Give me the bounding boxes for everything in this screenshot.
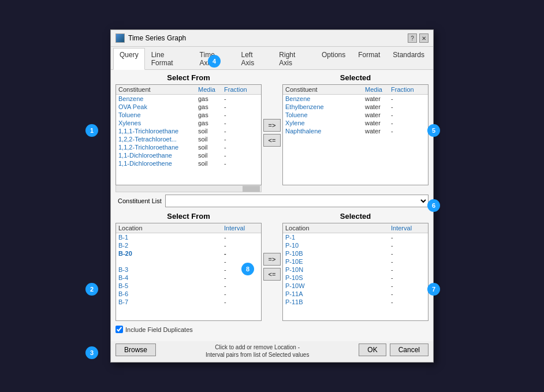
close-button[interactable]: ✕ — [419, 33, 429, 43]
ok-button[interactable]: OK — [359, 344, 386, 356]
constituent-select-list[interactable]: Constituent Media Fraction Benzenegas- O… — [115, 84, 262, 185]
list-item[interactable]: B-1- — [116, 233, 261, 241]
list-item[interactable]: B-5- — [116, 282, 261, 290]
list-item[interactable]: B-2- — [116, 241, 261, 249]
annotation-1: 1 — [85, 124, 98, 137]
list-item[interactable]: P-10W- — [283, 282, 428, 290]
list-item[interactable]: P-1- — [283, 233, 428, 241]
col-header-media: Media — [198, 86, 224, 93]
list-item[interactable]: Toluenegas- — [116, 111, 261, 119]
list-item[interactable]: 1,1,2-Trichloroethanesoil- — [116, 143, 261, 151]
title-bar: Time Series Graph ? ✕ — [111, 30, 433, 47]
list-item[interactable]: Xylenesgas- — [116, 119, 261, 127]
remove-location-button[interactable]: <= — [263, 268, 281, 281]
tab-query[interactable]: Query — [113, 48, 145, 70]
annotation-6: 6 — [427, 199, 440, 212]
list-item[interactable]: B-21- — [116, 257, 261, 266]
list-item[interactable]: B-6- — [116, 290, 261, 298]
app-icon — [115, 33, 125, 43]
location-selected-panel: Selected Location Interval P-1- P-10- P-… — [282, 212, 429, 321]
add-location-button[interactable]: => — [263, 253, 281, 266]
list-item[interactable]: P-10S- — [283, 274, 428, 282]
constituent-list-dropdown[interactable] — [165, 195, 429, 207]
tab-right-axis[interactable]: Right Axis — [273, 48, 315, 69]
browse-button[interactable]: Browse — [115, 344, 156, 356]
list-item[interactable]: Benzenegas- — [116, 95, 261, 103]
list-item[interactable]: P-10N- — [283, 266, 428, 274]
dialog: Time Series Graph ? ✕ Query Line Format … — [110, 29, 434, 363]
constituent-arrow-buttons: => <= — [262, 73, 282, 192]
location-selected-list[interactable]: Location Interval P-1- P-10- P-10B- P-10… — [282, 223, 429, 321]
field-duplicates-label[interactable]: Include Field Duplicates — [125, 326, 193, 333]
col-header-fraction: Fraction — [224, 86, 259, 93]
list-item[interactable]: 1,2,2-Tetrachloroet...soil- — [116, 135, 261, 143]
tab-left-axis[interactable]: Left Axis — [234, 48, 273, 69]
list-item[interactable]: P-10B- — [283, 249, 428, 257]
selected-col-constituent: Constituent — [285, 86, 365, 93]
tab-bar: Query Line Format Time Axis Left Axis Ri… — [111, 47, 433, 70]
tab-options[interactable]: Options — [315, 48, 352, 69]
annotation-7: 7 — [427, 283, 440, 296]
tab-standards[interactable]: Standards — [386, 48, 431, 69]
location-select-list[interactable]: Location Interval B-1- B-2- B-20- B-21- … — [115, 223, 262, 321]
list-item[interactable]: Xylenewater- — [283, 119, 428, 127]
annotation-4: 4 — [208, 55, 221, 68]
location-select-from-panel: Select From Location Interval B-1- B-2- … — [115, 212, 262, 321]
location-select-from-title: Select From — [115, 212, 262, 221]
list-item[interactable]: OVA Peakgas- — [116, 103, 261, 111]
tab-line-format[interactable]: Line Format — [145, 48, 193, 69]
constituent-list-label: Constituent List — [118, 197, 162, 204]
select-from-title: Select From — [115, 73, 262, 82]
list-item[interactable]: 1,1-Dichloroethanesoil- — [116, 151, 261, 159]
list-item[interactable]: P-11A- — [283, 290, 428, 298]
loc-col-location: Location — [118, 225, 224, 232]
constituent-selected-panel: Selected Constituent Media Fraction Benz… — [282, 73, 429, 192]
cancel-button[interactable]: Cancel — [390, 344, 429, 356]
list-item[interactable]: Benzenewater- — [283, 95, 428, 103]
annotation-8: 8 — [241, 263, 254, 275]
dialog-title: Time Series Graph — [128, 34, 186, 42]
field-duplicates-checkbox[interactable] — [115, 326, 123, 333]
sel-loc-col-interval: Interval — [391, 225, 426, 232]
col-header-constituent: Constituent — [118, 86, 198, 93]
remove-constituent-button[interactable]: <= — [263, 134, 281, 147]
sel-loc-col-location: Location — [285, 225, 391, 232]
list-item[interactable]: B-20- — [116, 249, 261, 257]
list-item[interactable]: P-10E- — [283, 257, 428, 266]
list-item[interactable]: B-7- — [116, 298, 261, 306]
list-item[interactable]: Naphthalenewater- — [283, 127, 428, 135]
list-item[interactable]: 1,1-Dichloroethenesoil- — [116, 159, 261, 167]
info-text: Click to add or remove Location - Interv… — [206, 344, 310, 359]
add-constituent-button[interactable]: => — [263, 119, 281, 132]
list-item[interactable]: Toluenewater- — [283, 111, 428, 119]
annotation-2: 2 — [85, 283, 98, 296]
annotation-3: 3 — [85, 346, 98, 359]
selected-col-fraction: Fraction — [391, 86, 426, 93]
constituent-select-from-panel: Select From Constituent Media Fraction B… — [115, 73, 262, 192]
location-selected-title: Selected — [282, 212, 429, 221]
help-button[interactable]: ? — [408, 33, 417, 43]
bottom-buttons-bar: Browse Click to add or remove Location -… — [111, 341, 433, 362]
list-item[interactable]: P-10- — [283, 241, 428, 249]
location-arrow-buttons: => <= — [262, 212, 282, 321]
selected-col-media: Media — [365, 86, 391, 93]
loc-col-interval: Interval — [224, 225, 259, 232]
constituent-selected-list[interactable]: Constituent Media Fraction Benzenewater-… — [282, 84, 429, 185]
annotation-5: 5 — [427, 124, 440, 137]
selected-title: Selected — [282, 73, 429, 82]
list-item[interactable]: 1,1,1-Trichloroethanesoil- — [116, 127, 261, 135]
list-item[interactable]: B-3- — [116, 266, 261, 274]
list-item[interactable]: B-4- — [116, 274, 261, 282]
tab-format[interactable]: Format — [352, 48, 386, 69]
list-item[interactable]: Ethylbenzenewater- — [283, 103, 428, 111]
list-item[interactable]: P-11B- — [283, 298, 428, 306]
